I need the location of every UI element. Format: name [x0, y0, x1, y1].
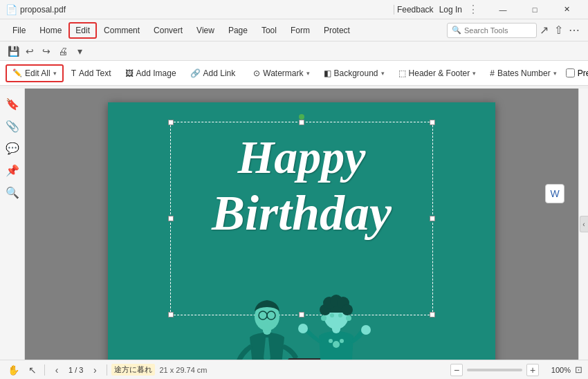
svg-point-29 — [298, 324, 308, 333]
status-left: ✋ ↖ ‹ 1 / 3 › 途方に暮れ 21 x 29.74 cm — [6, 362, 208, 378]
side-panel-left: 🔖 📎 💬 📌 🔍 — [0, 89, 25, 360]
comment-button[interactable]: 💬 — [3, 138, 22, 158]
status-separator2 — [107, 364, 107, 376]
resize-handle-tr[interactable] — [430, 120, 435, 125]
feedback-link[interactable]: Feedback — [397, 5, 434, 15]
search-input[interactable] — [464, 26, 532, 35]
illustration-svg — [191, 282, 412, 360]
status-separator — [44, 364, 45, 376]
birthday-card-text: Happy Birthday — [170, 130, 433, 242]
more-file-button[interactable]: ▾ — [72, 44, 87, 59]
search-tools[interactable]: 🔍 — [447, 23, 537, 38]
close-button[interactable]: ✕ — [551, 0, 582, 19]
home-menu-item[interactable]: Home — [33, 22, 68, 39]
comment-menu-item[interactable]: Comment — [97, 22, 147, 39]
svg-point-15 — [333, 341, 340, 348]
header-footer-icon: ⬚ — [398, 68, 406, 78]
watermark-button[interactable]: ⊙ Watermark ▾ — [247, 64, 315, 82]
side-panel-right: ‹ — [578, 89, 588, 360]
annotation-button[interactable]: 📌 — [3, 160, 22, 180]
happy-text: Happy — [170, 130, 433, 185]
add-link-button[interactable]: 🔗 Add Link — [184, 64, 242, 82]
add-image-button[interactable]: 🖼 Add Image — [119, 64, 183, 82]
bates-dropdown-arrow: ▾ — [553, 70, 557, 77]
page-indicator: 1 / 3 — [68, 366, 83, 374]
file-toolbar: 💾 ↩ ↪ 🖨 ▾ — [0, 41, 588, 61]
word-icon: W — [550, 188, 559, 199]
hand-tool-button[interactable]: ✋ — [6, 362, 21, 378]
maximize-button[interactable]: □ — [519, 0, 551, 19]
document-title: proposal.pdf — [20, 5, 391, 15]
birthday-text: Birthday — [170, 185, 433, 242]
edit-menu-item[interactable]: Edit — [68, 22, 97, 39]
edit-all-button[interactable]: ✏️ Edit All ▾ — [6, 64, 64, 82]
resize-handle-tm[interactable] — [299, 120, 304, 125]
zoom-level: 100% — [543, 366, 571, 374]
bookmark-button[interactable]: 🔖 — [3, 94, 22, 113]
bates-number-button[interactable]: # Bates Number ▾ — [484, 64, 562, 82]
resize-handle-ml[interactable] — [168, 216, 174, 221]
file-menu-item[interactable]: File — [6, 22, 33, 39]
convert-menu-item[interactable]: Convert — [147, 22, 190, 39]
zoom-slider[interactable] — [467, 369, 522, 371]
menu-bar: File Home Edit Comment Convert View Page… — [0, 19, 588, 41]
tool-menu-item[interactable]: Tool — [255, 22, 284, 39]
edit-all-dropdown-arrow: ▾ — [53, 70, 57, 77]
fit-page-button[interactable]: ⊡ — [575, 364, 582, 375]
zoom-in-button[interactable]: + — [526, 364, 539, 376]
add-image-icon: 🖼 — [125, 68, 134, 78]
protect-menu-item[interactable]: Protect — [317, 22, 357, 39]
preview-checkbox[interactable] — [566, 68, 575, 77]
svg-point-16 — [329, 339, 333, 343]
svg-point-17 — [340, 339, 344, 343]
japanese-text: 途方に暮れ — [111, 364, 155, 376]
next-page-button[interactable]: › — [87, 362, 102, 378]
add-link-icon: 🔗 — [190, 68, 201, 78]
bates-icon: # — [490, 68, 495, 78]
svg-point-28 — [346, 315, 351, 321]
background-dropdown-arrow: ▾ — [381, 70, 385, 77]
svg-point-26 — [338, 313, 342, 317]
edit-toolbar: ✏️ Edit All ▾ T Add Text 🖼 Add Image 🔗 A… — [0, 61, 588, 86]
print-button[interactable]: 🖨 — [55, 44, 71, 59]
minimize-button[interactable]: — — [487, 0, 519, 19]
header-footer-button[interactable]: ⬚ Header & Footer ▾ — [392, 64, 483, 82]
background-icon: ◧ — [324, 68, 331, 78]
form-menu-item[interactable]: Form — [284, 22, 317, 39]
add-text-button[interactable]: T Add Text — [65, 64, 118, 82]
svg-point-30 — [361, 325, 371, 335]
search-side-button[interactable]: 🔍 — [3, 183, 22, 202]
status-right: − + 100% ⊡ — [450, 364, 582, 376]
background-button[interactable]: ◧ Background ▾ — [318, 64, 391, 82]
save-button[interactable]: 💾 — [6, 44, 21, 59]
external-link-button[interactable]: ↗ — [537, 24, 551, 37]
prev-page-button[interactable]: ‹ — [49, 362, 64, 378]
view-menu-item[interactable]: View — [190, 22, 221, 39]
svg-point-27 — [321, 315, 327, 321]
resize-handle-mr[interactable] — [430, 216, 435, 221]
page-size: 21 x 29.74 cm — [159, 366, 207, 374]
svg-point-25 — [330, 313, 334, 317]
undo-button[interactable]: ↩ — [22, 44, 37, 59]
attachment-button[interactable]: 📎 — [3, 116, 22, 136]
watermark-dropdown-arrow: ▾ — [306, 70, 310, 77]
redo-button[interactable]: ↪ — [39, 44, 54, 59]
cursor-tool-button[interactable]: ↖ — [25, 362, 40, 378]
zoom-out-button[interactable]: − — [450, 364, 463, 376]
resize-handle-bl[interactable] — [168, 312, 174, 317]
rotation-handle[interactable] — [299, 114, 304, 120]
page-menu-item[interactable]: Page — [221, 22, 255, 39]
edit-icon: ✏️ — [12, 68, 22, 77]
main-content: Happy Birthday — [25, 89, 578, 360]
right-panel-collapse-button[interactable]: ‹ — [580, 216, 588, 232]
header-footer-dropdown-arrow: ▾ — [472, 70, 476, 77]
add-text-icon: T — [71, 68, 76, 78]
resize-handle-tl[interactable] — [168, 120, 174, 125]
more-button[interactable]: ⋯ — [566, 24, 582, 37]
word-edit-button[interactable]: W — [545, 184, 564, 203]
share-button[interactable]: ⇧ — [551, 24, 566, 37]
watermark-icon: ⊙ — [253, 68, 260, 78]
preview-checkbox-label[interactable]: Preview — [566, 68, 588, 78]
resize-handle-br[interactable] — [430, 312, 435, 317]
login-link[interactable]: Log In — [439, 5, 462, 15]
